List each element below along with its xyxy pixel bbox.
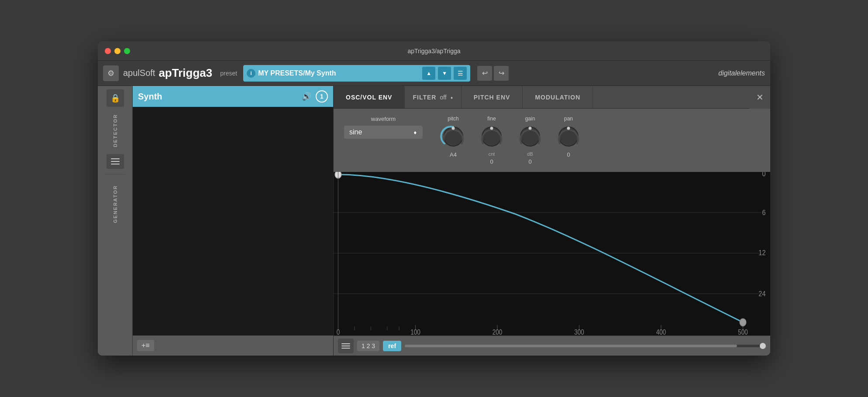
- undo-redo-group: ↩ ↪: [477, 66, 509, 81]
- brand-name-bold: apTrigga3: [158, 66, 212, 80]
- tab-pitch-env[interactable]: PITCH ENV: [462, 86, 523, 108]
- slider-thumb[interactable]: [760, 343, 766, 349]
- preset-bar: i MY PRESETS/My Synth ▲ ▼ ☰: [243, 65, 470, 82]
- titlebar: apTrigga3/apTrigga: [98, 41, 770, 61]
- svg-text:0: 0: [762, 172, 765, 178]
- gear-icon: ⚙: [107, 68, 114, 78]
- main-area: 🔒 DETECTOR GENERATOR Synth 🔊 1 +≡: [98, 86, 770, 356]
- main-window: apTrigga3/apTrigga ⚙ apulSoft apTrigga3 …: [98, 41, 770, 356]
- minimize-button[interactable]: [114, 48, 121, 54]
- fine-knob-group: fine cnt 0: [479, 116, 505, 165]
- redo-button[interactable]: ↪: [494, 66, 509, 81]
- window-controls: [105, 48, 130, 54]
- window-title: apTrigga3/apTrigga: [407, 48, 460, 55]
- pan-knob-value: 0: [567, 151, 570, 158]
- bottom-num-button[interactable]: 1 2 3: [357, 341, 379, 351]
- gain-knob-group: gain dB 0: [517, 116, 543, 165]
- panel-bottom: +≡: [133, 335, 333, 356]
- fine-knob-label: fine: [487, 116, 496, 122]
- svg-text:12: 12: [758, 249, 765, 257]
- hamburger-line-1: [111, 158, 120, 159]
- pitch-knob-label: pitch: [448, 116, 458, 122]
- bottom-hamburger-2: [341, 346, 350, 346]
- gain-knob-value: 0: [528, 158, 531, 165]
- tab-close-button[interactable]: ✕: [749, 86, 770, 109]
- gain-knob-sublabel: dB: [527, 151, 533, 157]
- pitch-knob-group: pitch A4: [440, 116, 466, 158]
- sidebar-menu-button[interactable]: [107, 154, 124, 169]
- undo-button[interactable]: ↩: [477, 66, 492, 81]
- speaker-icon: 🔊: [302, 92, 311, 101]
- bottom-bar: 1 2 3 ref: [334, 335, 770, 356]
- svg-text:24: 24: [758, 290, 765, 298]
- panel-title: Synth: [138, 92, 297, 102]
- tab-modulation[interactable]: MODULATION: [523, 86, 593, 108]
- svg-point-7: [567, 127, 570, 130]
- bottom-slider[interactable]: [405, 342, 766, 350]
- svg-point-5: [529, 127, 532, 130]
- bottom-ref-button[interactable]: ref: [383, 341, 401, 351]
- panel-header: Synth 🔊 1: [133, 86, 333, 107]
- svg-point-34: [740, 318, 746, 326]
- sidebar-divider: [105, 174, 125, 175]
- add-button[interactable]: +≡: [137, 340, 154, 351]
- close-button[interactable]: [105, 48, 111, 54]
- svg-text:100: 100: [410, 329, 420, 335]
- settings-icon-button[interactable]: ⚙: [103, 65, 119, 81]
- knobs-section: pitch A4 fine: [440, 116, 582, 165]
- svg-text:300: 300: [574, 329, 584, 335]
- lock-button[interactable]: 🔒: [107, 89, 124, 107]
- slider-fill: [405, 345, 737, 347]
- pan-knob-label: pan: [564, 116, 573, 122]
- slider-track: [405, 345, 766, 347]
- brand-logo: apulSoft apTrigga3: [123, 66, 212, 80]
- toolbar: ⚙ apulSoft apTrigga3 preset i MY PRESETS…: [98, 61, 770, 86]
- lock-icon: 🔒: [110, 93, 120, 103]
- maximize-button[interactable]: [124, 48, 130, 54]
- detector-label: DETECTOR: [113, 109, 118, 152]
- brand-name-light: apulSoft: [123, 68, 155, 78]
- preset-info-icon[interactable]: i: [247, 69, 255, 78]
- preset-nav-down-button[interactable]: ▼: [438, 67, 451, 80]
- gain-knob[interactable]: [517, 123, 543, 150]
- fine-knob-value: 0: [490, 158, 493, 165]
- bottom-hamburger-1: [341, 343, 350, 344]
- pitch-knob[interactable]: [440, 123, 466, 150]
- hamburger-line-3: [111, 164, 120, 164]
- svg-text:6: 6: [762, 209, 765, 216]
- tab-filter[interactable]: FILTER off ⬧: [405, 86, 461, 108]
- panel-content: [133, 107, 333, 335]
- waveform-value: sine: [349, 128, 362, 136]
- close-icon: ✕: [756, 92, 764, 103]
- svg-point-1: [452, 127, 455, 130]
- gain-knob-label: gain: [525, 116, 535, 122]
- controls-area: waveform sine ⬧ pitch: [334, 109, 770, 172]
- right-panel: OSC/VOL ENV FILTER off ⬧ PITCH ENV MODUL…: [334, 86, 770, 356]
- svg-point-3: [490, 127, 493, 130]
- waveform-select[interactable]: sine ⬧: [344, 126, 423, 139]
- generator-label: GENERATOR: [113, 180, 118, 228]
- fine-knob[interactable]: [479, 123, 505, 150]
- left-sidebar: 🔒 DETECTOR GENERATOR: [98, 86, 133, 356]
- tab-osc-vol-env[interactable]: OSC/VOL ENV: [334, 86, 405, 108]
- tab-bar: OSC/VOL ENV FILTER off ⬧ PITCH ENV MODUL…: [334, 86, 770, 109]
- pan-knob-group: pan 0: [555, 116, 582, 158]
- waveform-section: waveform sine ⬧: [344, 116, 423, 139]
- svg-rect-8: [334, 172, 770, 335]
- preset-name: MY PRESETS/My Synth: [258, 69, 420, 77]
- svg-text:500: 500: [738, 329, 748, 335]
- preset-nav-up-button[interactable]: ▲: [422, 67, 435, 80]
- bottom-hamburger-3: [341, 348, 350, 349]
- preset-menu-button[interactable]: ☰: [454, 67, 467, 80]
- svg-text:0: 0: [337, 329, 340, 335]
- svg-text:200: 200: [493, 329, 503, 335]
- pitch-knob-value: A4: [450, 151, 457, 158]
- bottom-menu-button[interactable]: [338, 339, 354, 353]
- waveform-label: waveform: [344, 116, 423, 122]
- preset-label: preset: [220, 70, 237, 77]
- svg-text:400: 400: [656, 329, 666, 335]
- brand-right-label: digitalelements: [718, 69, 765, 77]
- hamburger-line-2: [111, 161, 120, 162]
- envelope-area[interactable]: 0 6 12 24 0 100: [334, 172, 770, 335]
- pan-knob[interactable]: [555, 123, 582, 150]
